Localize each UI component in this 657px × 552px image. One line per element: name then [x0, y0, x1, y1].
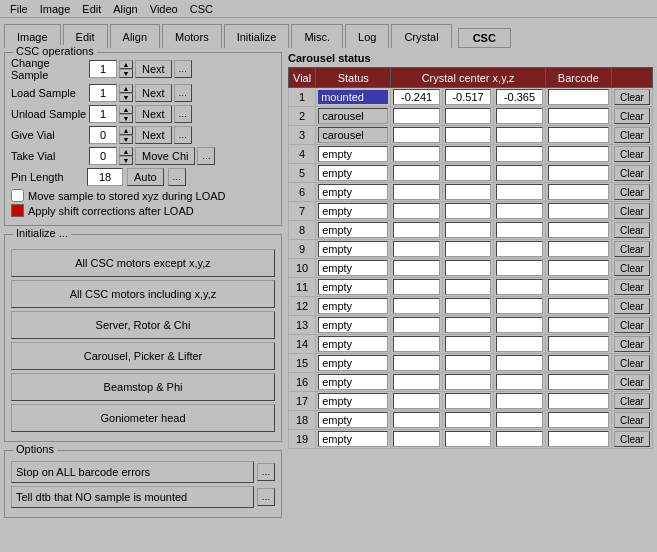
- tab-csc-active[interactable]: CSC: [458, 28, 511, 48]
- clear-button[interactable]: Clear: [614, 89, 650, 105]
- xyz-y-input[interactable]: [445, 108, 491, 124]
- xyz-z-input[interactable]: [496, 127, 542, 143]
- xyz-x-input[interactable]: [393, 89, 439, 105]
- menu-csc[interactable]: CSC: [184, 3, 219, 15]
- load-sample-input[interactable]: [89, 84, 117, 102]
- xyz-y-input[interactable]: [445, 317, 491, 333]
- xyz-x-input[interactable]: [393, 260, 439, 276]
- clear-button[interactable]: Clear: [614, 317, 650, 333]
- xyz-y-input[interactable]: [445, 203, 491, 219]
- barcode-input[interactable]: [548, 203, 609, 219]
- load-sample-extra[interactable]: …: [174, 84, 192, 102]
- init-btn-5[interactable]: Goniometer head: [11, 404, 275, 432]
- xyz-y-input[interactable]: [445, 165, 491, 181]
- clear-button[interactable]: Clear: [614, 431, 650, 447]
- xyz-x-input[interactable]: [393, 108, 439, 124]
- checkbox1-input[interactable]: [11, 189, 24, 202]
- clear-button[interactable]: Clear: [614, 222, 650, 238]
- xyz-z-input[interactable]: [496, 355, 542, 371]
- pin-length-extra[interactable]: …: [168, 168, 186, 186]
- clear-button[interactable]: Clear: [614, 374, 650, 390]
- clear-button[interactable]: Clear: [614, 336, 650, 352]
- xyz-y-input[interactable]: [445, 89, 491, 105]
- clear-button[interactable]: Clear: [614, 393, 650, 409]
- menu-file[interactable]: File: [4, 3, 34, 15]
- take-vial-move-chi[interactable]: Move Chi: [135, 147, 195, 165]
- clear-button[interactable]: Clear: [614, 146, 650, 162]
- xyz-x-input[interactable]: [393, 184, 439, 200]
- xyz-x-input[interactable]: [393, 431, 439, 447]
- options-btn-1[interactable]: Tell dtb that NO sample is mounted: [11, 486, 254, 508]
- clear-button[interactable]: Clear: [614, 355, 650, 371]
- change-sample-extra[interactable]: …: [174, 60, 192, 78]
- barcode-input[interactable]: [548, 431, 609, 447]
- give-vial-down[interactable]: ▼: [119, 135, 133, 144]
- clear-button[interactable]: Clear: [614, 412, 650, 428]
- init-btn-3[interactable]: Carousel, Picker & Lifter: [11, 342, 275, 370]
- xyz-x-input[interactable]: [393, 203, 439, 219]
- xyz-x-input[interactable]: [393, 127, 439, 143]
- tab-crystal[interactable]: Crystal: [391, 24, 451, 48]
- take-vial-input[interactable]: [89, 147, 117, 165]
- xyz-x-input[interactable]: [393, 279, 439, 295]
- take-vial-extra[interactable]: …: [197, 147, 215, 165]
- xyz-y-input[interactable]: [445, 184, 491, 200]
- xyz-z-input[interactable]: [496, 393, 542, 409]
- init-btn-2[interactable]: Server, Rotor & Chi: [11, 311, 275, 339]
- xyz-x-input[interactable]: [393, 241, 439, 257]
- xyz-z-input[interactable]: [496, 431, 542, 447]
- barcode-input[interactable]: [548, 89, 609, 105]
- xyz-y-input[interactable]: [445, 374, 491, 390]
- tab-misc[interactable]: Misc.: [291, 24, 343, 48]
- xyz-z-input[interactable]: [496, 412, 542, 428]
- barcode-input[interactable]: [548, 279, 609, 295]
- barcode-input[interactable]: [548, 184, 609, 200]
- load-sample-down[interactable]: ▼: [119, 93, 133, 102]
- xyz-y-input[interactable]: [445, 298, 491, 314]
- init-btn-4[interactable]: Beamstop & Phi: [11, 373, 275, 401]
- load-sample-up[interactable]: ▲: [119, 84, 133, 93]
- barcode-input[interactable]: [548, 146, 609, 162]
- give-vial-extra[interactable]: …: [174, 126, 192, 144]
- xyz-z-input[interactable]: [496, 317, 542, 333]
- clear-button[interactable]: Clear: [614, 203, 650, 219]
- unload-sample-up[interactable]: ▲: [119, 105, 133, 114]
- tab-motors[interactable]: Motors: [162, 24, 222, 48]
- xyz-x-input[interactable]: [393, 374, 439, 390]
- clear-button[interactable]: Clear: [614, 165, 650, 181]
- xyz-z-input[interactable]: [496, 222, 542, 238]
- barcode-input[interactable]: [548, 317, 609, 333]
- xyz-z-input[interactable]: [496, 279, 542, 295]
- take-vial-up[interactable]: ▲: [119, 147, 133, 156]
- xyz-y-input[interactable]: [445, 412, 491, 428]
- clear-button[interactable]: Clear: [614, 279, 650, 295]
- xyz-z-input[interactable]: [496, 241, 542, 257]
- barcode-input[interactable]: [548, 393, 609, 409]
- unload-sample-next[interactable]: Next: [135, 105, 172, 123]
- xyz-z-input[interactable]: [496, 260, 542, 276]
- pin-length-auto[interactable]: Auto: [127, 168, 164, 186]
- load-sample-next[interactable]: Next: [135, 84, 172, 102]
- tab-initialize[interactable]: Initialize: [224, 24, 290, 48]
- clear-button[interactable]: Clear: [614, 298, 650, 314]
- xyz-y-input[interactable]: [445, 393, 491, 409]
- barcode-input[interactable]: [548, 108, 609, 124]
- barcode-input[interactable]: [548, 412, 609, 428]
- xyz-z-input[interactable]: [496, 203, 542, 219]
- xyz-z-input[interactable]: [496, 336, 542, 352]
- barcode-input[interactable]: [548, 336, 609, 352]
- options-btn-0[interactable]: Stop on ALL barcode errors: [11, 461, 254, 483]
- barcode-input[interactable]: [548, 222, 609, 238]
- take-vial-down[interactable]: ▼: [119, 156, 133, 165]
- tab-log[interactable]: Log: [345, 24, 389, 48]
- barcode-input[interactable]: [548, 374, 609, 390]
- xyz-z-input[interactable]: [496, 184, 542, 200]
- clear-button[interactable]: Clear: [614, 260, 650, 276]
- barcode-input[interactable]: [548, 298, 609, 314]
- barcode-input[interactable]: [548, 260, 609, 276]
- checkbox2-color-indicator[interactable]: [11, 204, 24, 217]
- xyz-x-input[interactable]: [393, 336, 439, 352]
- change-sample-down[interactable]: ▼: [119, 69, 133, 78]
- xyz-y-input[interactable]: [445, 260, 491, 276]
- unload-sample-input[interactable]: [89, 105, 117, 123]
